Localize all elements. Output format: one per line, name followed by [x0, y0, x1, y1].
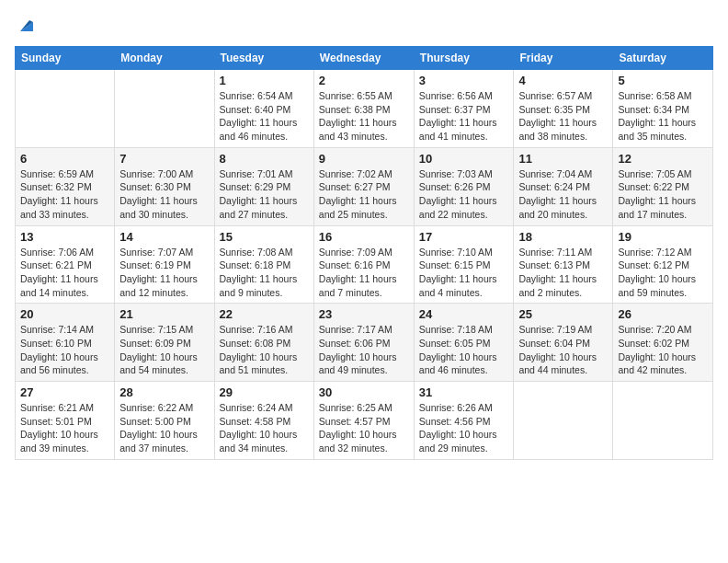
calendar-cell: 30Sunrise: 6:25 AM Sunset: 4:57 PM Dayli… — [313, 382, 414, 460]
calendar-cell: 20Sunrise: 7:14 AM Sunset: 6:10 PM Dayli… — [16, 304, 115, 382]
calendar-cell — [613, 382, 713, 460]
calendar-cell — [514, 382, 613, 460]
weekday-header-sunday: Sunday — [16, 47, 115, 70]
weekday-header-monday: Monday — [115, 47, 214, 70]
day-number: 2 — [319, 74, 409, 87]
calendar-week-5: 27Sunrise: 6:21 AM Sunset: 5:01 PM Dayli… — [16, 382, 713, 460]
day-info: Sunrise: 7:14 AM Sunset: 6:10 PM Dayligh… — [20, 323, 109, 377]
calendar-cell: 31Sunrise: 6:26 AM Sunset: 4:56 PM Dayli… — [414, 382, 514, 460]
calendar-cell: 23Sunrise: 7:17 AM Sunset: 6:06 PM Dayli… — [313, 304, 414, 382]
weekday-header-friday: Friday — [514, 47, 613, 70]
calendar-cell: 10Sunrise: 7:03 AM Sunset: 6:26 PM Dayli… — [414, 147, 514, 225]
logo — [15, 15, 37, 35]
day-info: Sunrise: 7:10 AM Sunset: 6:15 PM Dayligh… — [419, 246, 509, 300]
day-number: 25 — [518, 307, 608, 321]
day-number: 26 — [618, 307, 708, 321]
calendar-cell: 24Sunrise: 7:18 AM Sunset: 6:05 PM Dayli… — [414, 304, 514, 382]
day-info: Sunrise: 6:59 AM Sunset: 6:32 PM Dayligh… — [20, 167, 109, 222]
page-header — [15, 15, 713, 35]
calendar-cell: 13Sunrise: 7:06 AM Sunset: 6:21 PM Dayli… — [16, 225, 115, 304]
day-number: 17 — [419, 230, 509, 244]
day-info: Sunrise: 6:54 AM Sunset: 6:40 PM Dayligh… — [220, 89, 309, 144]
day-info: Sunrise: 7:17 AM Sunset: 6:06 PM Dayligh… — [319, 323, 409, 377]
day-number: 20 — [20, 307, 109, 321]
day-info: Sunrise: 7:12 AM Sunset: 6:12 PM Dayligh… — [618, 246, 708, 300]
calendar-cell: 9Sunrise: 7:02 AM Sunset: 6:27 PM Daylig… — [313, 147, 414, 225]
day-info: Sunrise: 7:20 AM Sunset: 6:02 PM Dayligh… — [618, 323, 708, 377]
day-info: Sunrise: 7:04 AM Sunset: 6:24 PM Dayligh… — [518, 167, 608, 222]
weekday-header-thursday: Thursday — [414, 47, 514, 70]
day-info: Sunrise: 7:11 AM Sunset: 6:13 PM Dayligh… — [518, 246, 608, 300]
day-number: 30 — [319, 385, 409, 399]
day-number: 6 — [20, 152, 109, 166]
day-info: Sunrise: 6:58 AM Sunset: 6:34 PM Dayligh… — [618, 89, 708, 144]
calendar-cell: 2Sunrise: 6:55 AM Sunset: 6:38 PM Daylig… — [313, 70, 414, 148]
day-number: 27 — [20, 385, 109, 399]
day-number: 22 — [220, 307, 309, 321]
day-number: 1 — [220, 74, 309, 87]
day-info: Sunrise: 7:08 AM Sunset: 6:18 PM Dayligh… — [220, 246, 309, 300]
day-info: Sunrise: 7:06 AM Sunset: 6:21 PM Dayligh… — [20, 246, 109, 300]
calendar-week-1: 1Sunrise: 6:54 AM Sunset: 6:40 PM Daylig… — [16, 70, 713, 148]
day-number: 13 — [20, 230, 109, 244]
day-info: Sunrise: 7:09 AM Sunset: 6:16 PM Dayligh… — [319, 246, 409, 300]
day-number: 9 — [319, 152, 409, 166]
day-number: 15 — [220, 230, 309, 244]
calendar-cell: 29Sunrise: 6:24 AM Sunset: 4:58 PM Dayli… — [214, 382, 313, 460]
day-number: 7 — [119, 152, 209, 166]
day-number: 21 — [119, 307, 209, 321]
day-info: Sunrise: 7:03 AM Sunset: 6:26 PM Dayligh… — [419, 167, 509, 222]
weekday-header-tuesday: Tuesday — [214, 47, 313, 70]
day-number: 19 — [618, 230, 708, 244]
calendar-cell: 18Sunrise: 7:11 AM Sunset: 6:13 PM Dayli… — [514, 225, 613, 304]
day-number: 29 — [220, 385, 309, 399]
day-info: Sunrise: 6:56 AM Sunset: 6:37 PM Dayligh… — [419, 89, 509, 144]
logo-icon — [17, 15, 37, 35]
calendar-cell: 28Sunrise: 6:22 AM Sunset: 5:00 PM Dayli… — [115, 382, 214, 460]
day-info: Sunrise: 6:55 AM Sunset: 6:38 PM Dayligh… — [319, 89, 409, 144]
day-number: 12 — [618, 152, 708, 166]
day-info: Sunrise: 6:26 AM Sunset: 4:56 PM Dayligh… — [419, 401, 509, 455]
day-info: Sunrise: 7:02 AM Sunset: 6:27 PM Dayligh… — [319, 167, 409, 222]
calendar-cell: 16Sunrise: 7:09 AM Sunset: 6:16 PM Dayli… — [313, 225, 414, 304]
day-info: Sunrise: 6:22 AM Sunset: 5:00 PM Dayligh… — [119, 401, 209, 455]
calendar-cell: 3Sunrise: 6:56 AM Sunset: 6:37 PM Daylig… — [414, 70, 514, 148]
day-info: Sunrise: 7:19 AM Sunset: 6:04 PM Dayligh… — [518, 323, 608, 377]
day-number: 8 — [220, 152, 309, 166]
calendar-cell: 12Sunrise: 7:05 AM Sunset: 6:22 PM Dayli… — [613, 147, 713, 225]
calendar-week-4: 20Sunrise: 7:14 AM Sunset: 6:10 PM Dayli… — [16, 304, 713, 382]
calendar-cell: 4Sunrise: 6:57 AM Sunset: 6:35 PM Daylig… — [514, 70, 613, 148]
calendar-cell: 26Sunrise: 7:20 AM Sunset: 6:02 PM Dayli… — [613, 304, 713, 382]
calendar-cell: 22Sunrise: 7:16 AM Sunset: 6:08 PM Dayli… — [214, 304, 313, 382]
day-number: 5 — [618, 74, 708, 87]
calendar-cell: 17Sunrise: 7:10 AM Sunset: 6:15 PM Dayli… — [414, 225, 514, 304]
calendar-week-2: 6Sunrise: 6:59 AM Sunset: 6:32 PM Daylig… — [16, 147, 713, 225]
day-number: 31 — [419, 385, 509, 399]
calendar-cell — [16, 70, 115, 148]
calendar-week-3: 13Sunrise: 7:06 AM Sunset: 6:21 PM Dayli… — [16, 225, 713, 304]
weekday-header-wednesday: Wednesday — [313, 47, 414, 70]
day-info: Sunrise: 7:01 AM Sunset: 6:29 PM Dayligh… — [220, 167, 309, 222]
day-number: 14 — [119, 230, 209, 244]
calendar-cell: 11Sunrise: 7:04 AM Sunset: 6:24 PM Dayli… — [514, 147, 613, 225]
calendar-cell: 19Sunrise: 7:12 AM Sunset: 6:12 PM Dayli… — [613, 225, 713, 304]
day-number: 3 — [419, 74, 509, 87]
day-number: 18 — [518, 230, 608, 244]
calendar-cell: 15Sunrise: 7:08 AM Sunset: 6:18 PM Dayli… — [214, 225, 313, 304]
day-info: Sunrise: 6:24 AM Sunset: 4:58 PM Dayligh… — [220, 401, 309, 455]
day-number: 24 — [419, 307, 509, 321]
day-number: 4 — [518, 74, 608, 87]
calendar-cell: 1Sunrise: 6:54 AM Sunset: 6:40 PM Daylig… — [214, 70, 313, 148]
day-info: Sunrise: 6:57 AM Sunset: 6:35 PM Dayligh… — [518, 89, 608, 144]
calendar-cell — [115, 70, 214, 148]
day-info: Sunrise: 6:21 AM Sunset: 5:01 PM Dayligh… — [20, 401, 109, 455]
day-number: 28 — [119, 385, 209, 399]
day-number: 16 — [319, 230, 409, 244]
day-info: Sunrise: 7:18 AM Sunset: 6:05 PM Dayligh… — [419, 323, 509, 377]
calendar-cell: 25Sunrise: 7:19 AM Sunset: 6:04 PM Dayli… — [514, 304, 613, 382]
day-info: Sunrise: 7:15 AM Sunset: 6:09 PM Dayligh… — [119, 323, 209, 377]
weekday-header-saturday: Saturday — [613, 47, 713, 70]
day-info: Sunrise: 7:00 AM Sunset: 6:30 PM Dayligh… — [119, 167, 209, 222]
day-info: Sunrise: 7:07 AM Sunset: 6:19 PM Dayligh… — [119, 246, 209, 300]
day-info: Sunrise: 7:05 AM Sunset: 6:22 PM Dayligh… — [618, 167, 708, 222]
